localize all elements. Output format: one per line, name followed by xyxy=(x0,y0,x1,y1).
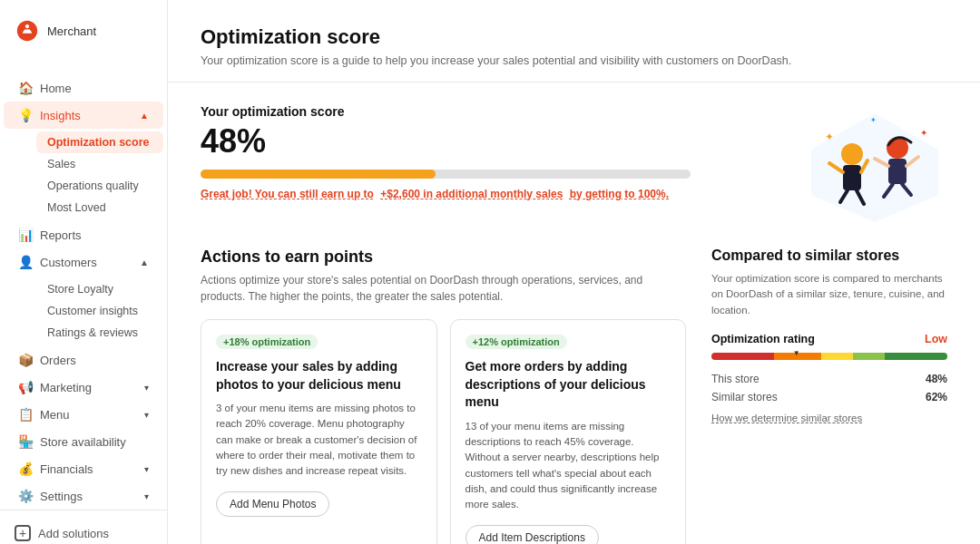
sidebar-item-financials[interactable]: 💰 Financials ▾ xyxy=(4,455,163,482)
insights-submenu: Optimization score Sales Operations qual… xyxy=(0,129,167,221)
sidebar-subitem-ratings-reviews[interactable]: Ratings & reviews xyxy=(36,322,163,344)
sidebar-item-marketing[interactable]: 📢 Marketing ▾ xyxy=(4,374,163,401)
score-progress-bar xyxy=(201,170,691,179)
orders-icon: 📦 xyxy=(18,353,33,367)
actions-section: Actions to earn points Actions optimize … xyxy=(201,248,686,544)
score-value: 48% xyxy=(201,122,784,160)
sidebar-item-reports-label: Reports xyxy=(40,228,82,242)
page-subtitle: Your optimization score is a guide to he… xyxy=(201,54,947,67)
illustration: ✦ ✦ ✦ xyxy=(802,104,947,222)
action-card-2: +12% optimization Get more orders by add… xyxy=(450,319,687,544)
sidebar-subitem-store-loyalty[interactable]: Store Loyalty xyxy=(36,278,163,300)
svg-text:✦: ✦ xyxy=(870,116,877,124)
similar-stores-value: 62% xyxy=(926,391,947,403)
sidebar-item-store-availability[interactable]: 🏪 Store availability xyxy=(4,428,163,455)
card-2-desc: 13 of your menu items are missing descri… xyxy=(466,419,671,513)
chevron-down-icon-customers: ▲ xyxy=(140,257,149,267)
score-note-suffix: by getting to 100%. xyxy=(570,188,669,200)
sidebar-item-insights[interactable]: 💡 Insights ▲ xyxy=(4,102,163,129)
logo: Merchant xyxy=(0,11,167,58)
main-body: Your optimization score 48% Great job! Y… xyxy=(168,83,980,544)
page-title: Optimization score xyxy=(201,25,947,49)
sidebar-item-customers-label: Customers xyxy=(40,256,97,269)
sidebar-item-settings-label: Settings xyxy=(40,490,83,503)
sidebar-item-menu[interactable]: 📋 Menu ▾ xyxy=(4,401,163,428)
sidebar: Merchant 🏠 Home 💡 Insights ▲ Optimizatio… xyxy=(0,0,168,544)
svg-text:✦: ✦ xyxy=(920,128,927,138)
rating-segment-red xyxy=(711,353,774,360)
rating-segment-green xyxy=(885,353,947,360)
sidebar-item-settings[interactable]: ⚙️ Settings ▾ xyxy=(4,482,163,510)
svg-rect-2 xyxy=(843,165,861,190)
celebration-illustration: ✦ ✦ ✦ xyxy=(802,104,947,222)
sidebar-item-reports[interactable]: 📊 Reports xyxy=(4,221,163,248)
main-content: Optimization score Your optimization sco… xyxy=(168,0,980,544)
score-progress-fill xyxy=(201,170,436,179)
rating-segment-yellow xyxy=(821,353,853,360)
chevron-down-icon-financials: ▾ xyxy=(144,464,149,474)
card-1-title: Increase your sales by adding photos to … xyxy=(216,358,422,393)
sidebar-item-insights-label: Insights xyxy=(40,109,81,122)
sidebar-item-home[interactable]: 🏠 Home xyxy=(4,74,163,102)
sidebar-subitem-optimization-score[interactable]: Optimization score xyxy=(36,131,163,153)
score-label: Your optimization score xyxy=(201,104,784,119)
sidebar-item-marketing-label: Marketing xyxy=(40,381,92,394)
chevron-down-icon-menu: ▾ xyxy=(144,410,149,420)
plus-icon: + xyxy=(15,525,31,541)
customers-icon: 👤 xyxy=(18,255,33,269)
card-2-title: Get more orders by adding descriptions o… xyxy=(466,358,671,412)
rating-segment-lightgreen xyxy=(853,353,885,360)
sidebar-bottom: + Add solutions xyxy=(0,510,167,544)
card-1-desc: 3 of your menu items are missing photos … xyxy=(216,401,422,479)
rating-pointer: ▼ xyxy=(793,349,800,357)
add-solutions-button[interactable]: + Add solutions xyxy=(0,518,167,544)
two-col-layout: Actions to earn points Actions optimize … xyxy=(201,248,947,544)
actions-desc: Actions optimize your store's sales pote… xyxy=(201,272,686,305)
card-1-badge: +18% optimization xyxy=(216,335,318,349)
chevron-down-icon-marketing: ▾ xyxy=(144,383,149,393)
sidebar-item-menu-label: Menu xyxy=(40,408,70,422)
sidebar-subitem-sales[interactable]: Sales xyxy=(36,153,163,175)
opt-rating-row: Optimization rating Low xyxy=(711,333,947,345)
comparison-desc: Your optimization score is compared to m… xyxy=(711,271,947,318)
score-note-highlight: +$2,600 in additional monthly sales xyxy=(380,188,563,200)
opt-rating-label: Optimization rating xyxy=(711,333,815,345)
this-store-value: 48% xyxy=(926,373,947,385)
add-item-descriptions-button[interactable]: Add Item Descriptions xyxy=(466,525,599,544)
sidebar-item-customers[interactable]: 👤 Customers ▲ xyxy=(4,248,163,276)
sidebar-item-financials-label: Financials xyxy=(40,462,93,476)
score-section: Your optimization score 48% Great job! Y… xyxy=(201,104,784,200)
doordash-logo-icon xyxy=(15,18,40,44)
sidebar-subitem-most-loved[interactable]: Most Loved xyxy=(36,197,163,219)
sidebar-subitem-operations-quality[interactable]: Operations quality xyxy=(36,175,163,197)
add-menu-photos-button[interactable]: Add Menu Photos xyxy=(216,491,329,517)
comparison-title: Compared to similar stores xyxy=(711,248,947,264)
sidebar-subitem-customer-insights[interactable]: Customer insights xyxy=(36,300,163,322)
similar-stores-link[interactable]: How we determine similar stores xyxy=(711,413,947,423)
this-store-label: This store xyxy=(711,373,760,385)
sidebar-item-orders[interactable]: 📦 Orders xyxy=(4,346,163,374)
add-solutions-label: Add solutions xyxy=(38,527,109,540)
marketing-icon: 📢 xyxy=(18,380,33,394)
svg-rect-8 xyxy=(888,159,906,184)
sidebar-item-orders-label: Orders xyxy=(40,354,76,367)
reports-icon: 📊 xyxy=(18,228,33,242)
score-note-prefix: Great job! You can still earn up to xyxy=(201,188,374,200)
settings-icon: ⚙️ xyxy=(18,489,33,503)
page-header: Optimization score Your optimization sco… xyxy=(168,0,980,83)
store-icon: 🏪 xyxy=(18,434,33,449)
menu-icon: 📋 xyxy=(18,407,33,422)
action-cards-row: +18% optimization Increase your sales by… xyxy=(201,319,686,544)
svg-text:✦: ✦ xyxy=(825,131,834,143)
similar-stores-row: Similar stores 62% xyxy=(711,391,947,403)
action-card-1: +18% optimization Increase your sales by… xyxy=(201,319,437,544)
similar-stores-label: Similar stores xyxy=(711,391,778,403)
svg-marker-0 xyxy=(811,113,938,222)
sidebar-item-home-label: Home xyxy=(40,82,72,95)
score-note: Great job! You can still earn up to +$2,… xyxy=(201,188,784,200)
actions-title: Actions to earn points xyxy=(201,248,686,267)
comparison-section: Compared to similar stores Your optimiza… xyxy=(711,248,947,544)
insights-icon: 💡 xyxy=(18,108,33,122)
rating-bar-track xyxy=(711,353,947,360)
home-icon: 🏠 xyxy=(18,81,33,95)
